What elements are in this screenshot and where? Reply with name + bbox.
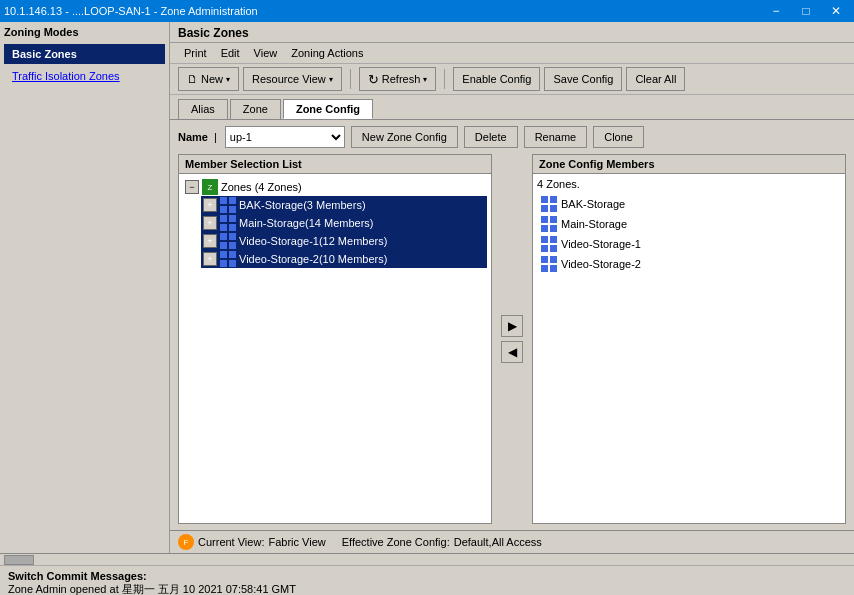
member-selection-panel: Member Selection List − Z Zones (4 Zones… [178, 154, 492, 524]
fabric-status-icon: F [178, 534, 194, 550]
effective-zone-config-item: Effective Zone Config: Default,All Acces… [342, 536, 542, 548]
delete-button[interactable]: Delete [464, 126, 518, 148]
tree-item-0[interactable]: + BAK-Storage(3 Members) [201, 196, 487, 214]
tab-alias[interactable]: Alias [178, 99, 228, 119]
enable-config-button[interactable]: Enable Config [453, 67, 540, 91]
current-view-label: Current View: [198, 536, 264, 548]
panel-status-bar: F Current View: Fabric View Effective Zo… [170, 530, 854, 553]
tree-expand-0[interactable]: + [203, 198, 217, 212]
tab-bar: Alias Zone Zone Config [170, 95, 854, 120]
menu-print[interactable]: Print [178, 45, 213, 61]
name-cursor: | [214, 131, 217, 143]
save-config-label: Save Config [553, 73, 613, 85]
arrow-left-button[interactable]: ◀ [501, 341, 523, 363]
message-text: Zone Admin opened at 星期一 五月 10 2021 07:5… [8, 582, 846, 595]
new-button[interactable]: 🗋 New ▾ [178, 67, 239, 91]
storage-icon-1 [220, 215, 236, 231]
refresh-dropdown-arrow: ▾ [423, 75, 427, 84]
refresh-button[interactable]: ↻ Refresh ▾ [359, 67, 437, 91]
sidebar-item-traffic-isolation[interactable]: Traffic Isolation Zones [4, 66, 165, 86]
message-header: Switch Commit Messages: [8, 570, 846, 582]
name-row: Name | up-1 New Zone Config Delete Renam… [178, 126, 846, 148]
resource-view-dropdown-arrow: ▾ [329, 75, 333, 84]
left-panel: Zoning Modes Basic Zones Traffic Isolati… [0, 22, 170, 553]
storage-icon-3 [220, 251, 236, 267]
zone-config-members-panel: Zone Config Members 4 Zones. BAK-Storage… [532, 154, 846, 524]
zone-list-item-2[interactable]: Video-Storage-1 [537, 234, 841, 254]
close-button[interactable]: ✕ [822, 0, 850, 22]
menu-edit[interactable]: Edit [215, 45, 246, 61]
clear-all-button[interactable]: Clear All [626, 67, 685, 91]
refresh-label: Refresh [382, 73, 421, 85]
window-controls: − □ ✕ [762, 0, 850, 22]
tree-root-label: Zones (4 Zones) [221, 181, 302, 193]
tree-expand-3[interactable]: + [203, 252, 217, 266]
tree-item-label-0: BAK-Storage(3 Members) [239, 199, 366, 211]
content-area: Name | up-1 New Zone Config Delete Renam… [170, 120, 854, 530]
tree-item-1[interactable]: + Main-Storage(14 Members) [201, 214, 487, 232]
tree-root-expand[interactable]: − [185, 180, 199, 194]
member-selection-header: Member Selection List [179, 155, 491, 174]
current-view-item: F Current View: Fabric View [178, 534, 326, 550]
member-selection-content: − Z Zones (4 Zones) + [179, 174, 491, 523]
h-scrollbar-thumb[interactable] [4, 555, 34, 565]
window-title: 10.1.146.13 - ....LOOP-SAN-1 - Zone Admi… [4, 5, 258, 17]
main-container: Zoning Modes Basic Zones Traffic Isolati… [0, 22, 854, 553]
zone-list-label-1: Main-Storage [561, 218, 627, 230]
zone-list-item-3[interactable]: Video-Storage-2 [537, 254, 841, 274]
tree-root[interactable]: − Z Zones (4 Zones) [183, 178, 487, 196]
tree-item-2[interactable]: + Video-Storage-1(12 Members) [201, 232, 487, 250]
menu-bar: Print Edit View Zoning Actions [170, 43, 854, 64]
arrow-right-button[interactable]: ▶ [501, 315, 523, 337]
tree-expand-1[interactable]: + [203, 216, 217, 230]
storage-icon-2 [220, 233, 236, 249]
zone-panels: Member Selection List − Z Zones (4 Zones… [178, 154, 846, 524]
zone-list-label-0: BAK-Storage [561, 198, 625, 210]
toolbar-separator-1 [350, 69, 351, 89]
sidebar-item-basic-zones[interactable]: Basic Zones [4, 44, 165, 64]
tree-item-label-3: Video-Storage-2(10 Members) [239, 253, 387, 265]
menu-zoning-actions[interactable]: Zoning Actions [285, 45, 369, 61]
refresh-icon: ↻ [368, 72, 379, 87]
zone-config-members-content: 4 Zones. BAK-Storage Main-Storage Video-… [533, 174, 845, 523]
name-select[interactable]: up-1 [225, 126, 345, 148]
tree-item-label-2: Video-Storage-1(12 Members) [239, 235, 387, 247]
zone-list-label-3: Video-Storage-2 [561, 258, 641, 270]
resource-view-label: Resource View [252, 73, 326, 85]
effective-zone-config-value: Default,All Access [454, 536, 542, 548]
zone-member-icon-3 [541, 256, 557, 272]
zone-count-label: 4 Zones. [537, 178, 841, 190]
new-zone-config-button[interactable]: New Zone Config [351, 126, 458, 148]
tab-zone-config[interactable]: Zone Config [283, 99, 373, 119]
zone-list-label-2: Video-Storage-1 [561, 238, 641, 250]
zones-icon: Z [202, 179, 218, 195]
title-bar: 10.1.146.13 - ....LOOP-SAN-1 - Zone Admi… [0, 0, 854, 22]
zone-list-item-0[interactable]: BAK-Storage [537, 194, 841, 214]
storage-icon-0 [220, 197, 236, 213]
clone-button[interactable]: Clone [593, 126, 644, 148]
panel-resize-handle[interactable] [165, 22, 169, 553]
new-dropdown-arrow: ▾ [226, 75, 230, 84]
new-icon: 🗋 [187, 73, 198, 85]
resource-view-button[interactable]: Resource View ▾ [243, 67, 342, 91]
zone-member-icon-0 [541, 196, 557, 212]
tree-expand-2[interactable]: + [203, 234, 217, 248]
minimize-button[interactable]: − [762, 0, 790, 22]
clear-all-label: Clear All [635, 73, 676, 85]
section-header: Basic Zones [170, 22, 854, 43]
right-panel: Basic Zones Print Edit View Zoning Actio… [170, 22, 854, 553]
arrow-buttons: ▶ ◀ [500, 154, 524, 524]
h-scrollbar[interactable] [0, 553, 854, 565]
maximize-button[interactable]: □ [792, 0, 820, 22]
tab-zone[interactable]: Zone [230, 99, 281, 119]
current-view-value: Fabric View [268, 536, 325, 548]
rename-button[interactable]: Rename [524, 126, 588, 148]
zone-member-icon-2 [541, 236, 557, 252]
save-config-button[interactable]: Save Config [544, 67, 622, 91]
menu-view[interactable]: View [248, 45, 284, 61]
zone-member-icon-1 [541, 216, 557, 232]
tree-children: + BAK-Storage(3 Members) + [183, 196, 487, 268]
zone-list-item-1[interactable]: Main-Storage [537, 214, 841, 234]
tree-item-3[interactable]: + Video-Storage-2(10 Members) [201, 250, 487, 268]
effective-zone-config-label: Effective Zone Config: [342, 536, 450, 548]
